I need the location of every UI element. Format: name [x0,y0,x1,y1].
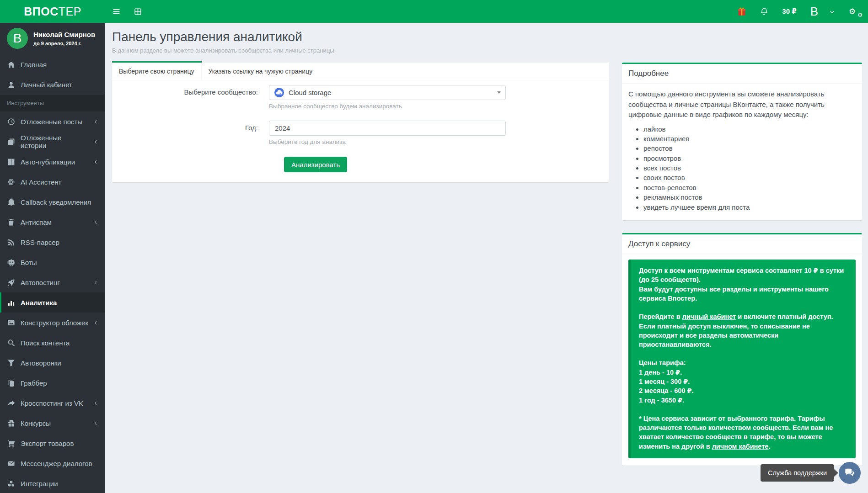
access-card: Доступ к сервису Доступ к всем инструмен… [622,233,862,466]
price-line: 1 месяц - 300 ₽. [639,377,847,386]
topbar: ВПОСТЕР 30 ₽ B ⚙⚙ [0,0,868,23]
user-icon [7,81,16,89]
chevron-left-icon [93,421,98,426]
topbar-right: 30 ₽ B ⚙⚙ [737,5,862,17]
bell-icon [7,198,16,206]
chat-bubbles-icon [844,467,856,479]
sidebar-item-autoposting[interactable]: Автопостинг [0,272,105,292]
sidebar-item-cover-constructor[interactable]: Конструктор обложек [0,313,105,333]
rss-icon [7,239,16,246]
tab-own-page[interactable]: Выберите свою страницу [112,63,202,80]
sidebar-item-content-search[interactable]: Поиск контента [0,333,105,353]
sidebar-toggle-button[interactable] [113,8,120,16]
sidebar-item-label: AI Ассистент [21,178,61,186]
logo-text-bold: ВПОС [24,5,59,18]
year-input[interactable] [269,121,506,136]
sidebar-item-antispam[interactable]: Антиспам [0,212,105,232]
price-line: 1 день - 10 ₽. [639,368,847,377]
year-label: Год: [112,121,269,145]
chevron-down-icon [829,9,835,15]
sidebar-item-label: Авто-публикации [21,158,75,166]
personal-account-link[interactable]: личном кабинете [712,443,769,450]
sidebar-item-label: Поиск контента [21,339,70,347]
community-help: Выбранное сообщество будем анализировать [269,103,506,110]
bar-chart-icon [7,299,16,307]
sidebar-item-label: Автоворонки [21,359,61,367]
sidebar-item-auto-publications[interactable]: Авто-публикации [0,152,105,172]
sidebar-item-analytics[interactable]: Аналитика [0,292,105,313]
account-menu[interactable]: B [810,5,835,17]
analyze-button[interactable]: Анализировать [284,157,347,172]
sidebar-item-label: Граббер [21,379,47,387]
sidebar-item-home[interactable]: Главная [0,54,105,74]
sidebar-item-label: Автопостинг [21,279,60,286]
community-select[interactable]: Cloud storage [269,85,506,100]
details-list-item: всех постов [643,164,856,173]
sidebar-item-account[interactable]: Личный кабинет [0,74,105,95]
sidebar-item-deferred-stories[interactable]: Отложенные истории [0,132,105,152]
sidebar-item-callback-notifications[interactable]: Callback уведомления [0,192,105,212]
settings-button[interactable]: ⚙⚙ [849,8,862,16]
integrations-icon [7,480,16,488]
sidebar-item-goods-export[interactable]: Экспорт товаров [0,433,105,453]
balance-indicator[interactable]: 30 ₽ [782,7,796,16]
sidebar-item-deferred-posts[interactable]: Отложенные посты [0,111,105,132]
details-list-item: рекламных постов [643,193,856,202]
personal-account-link[interactable]: личный кабинет [682,313,736,320]
sidebar-item-label: Отложенные истории [21,134,88,149]
sidebar-item-contests[interactable]: Конкурсы [0,413,105,433]
gears-icon: ⚙⚙ [849,7,856,16]
sidebar-item-label: Антиспам [21,218,52,226]
sidebar-item-label: RSS-парсер [21,239,59,246]
user-panel[interactable]: B Николай Смирнов до 9 апреля, 2024 г. [0,23,105,53]
access-callout: Доступ к всем инструментам сервиса соста… [628,260,856,458]
sidebar-item-messenger[interactable]: Мессенджер диалогов [0,453,105,473]
support-widget: Служба поддержки [761,462,861,484]
year-help: Выберите год для анализа [269,138,506,145]
gift-icon [737,7,746,16]
app-logo[interactable]: ВПОСТЕР [0,0,105,23]
sidebar-item-ai-assistant[interactable]: AI Ассистент [0,172,105,192]
select-caret-icon [497,91,501,94]
access-price-line: Доступ к всем инструментам сервиса соста… [639,266,847,285]
chevron-left-icon [93,280,98,285]
sidebar-item-crossposting[interactable]: Кросспостинг из VK [0,393,105,413]
trash-icon [7,218,16,226]
sidebar-item-integrations[interactable]: Интеграции [0,473,105,493]
notifications-button[interactable] [760,7,768,16]
details-list-item: своих постов [643,173,856,182]
sidebar-item-rss-parser[interactable]: RSS-парсер [0,232,105,252]
sidebar-item-grabber[interactable]: Граббер [0,373,105,393]
gift-button[interactable] [737,7,746,16]
sidebar: B Николай Смирнов до 9 апреля, 2024 г. Г… [0,23,105,493]
sidebar-item-bots[interactable]: Боты [0,252,105,272]
gift-icon [7,419,16,427]
sidebar-item-label: Интеграции [21,480,58,488]
sidebar-item-funnels[interactable]: Автоворонки [0,353,105,373]
details-intro: С помощью данного инструмента вы сможете… [628,89,856,120]
apps-grid-button[interactable] [134,8,142,16]
bell-icon [760,7,768,16]
community-avatar [274,87,284,98]
chevron-left-icon [93,119,98,124]
chevron-left-icon [93,401,98,406]
tabs: Выберите свою страницу Указать ссылку на… [112,63,609,80]
form-body: Выберите сообщество: Cloud storage Выбра… [112,80,609,182]
chevron-left-icon [93,320,98,325]
sidebar-item-label: Главная [21,61,47,69]
details-card-title: Подробнее [622,64,862,84]
rocket-icon [7,279,16,286]
user-name: Николай Смирнов [33,31,95,38]
access-text: Перейдите в [639,313,682,320]
grid-icon [134,8,142,16]
support-chat-button[interactable] [839,462,861,484]
analytics-form-card: Выберите свою страницу Указать ссылку на… [112,63,609,182]
image-icon [7,319,16,327]
support-tooltip: Служба поддержки [761,464,834,482]
subscription-until: до 9 апреля, 2024 г. [33,41,95,46]
chevron-left-icon [93,159,98,164]
tab-other-page[interactable]: Указать ссылку на чужую страницу [202,63,320,80]
sidebar-item-label: Экспорт товаров [21,440,74,447]
price-line: 2 месяца - 600 ₽. [639,386,847,395]
access-card-title: Доступ к сервису [622,234,862,254]
